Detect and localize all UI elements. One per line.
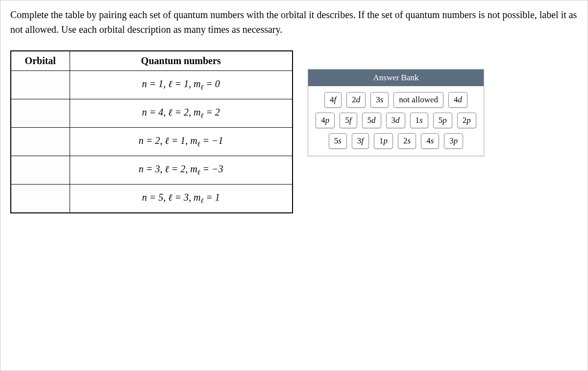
- answer-bank-body: 4f 2d 3s not allowed 4d 4p 5f 5d 3d 1s 5…: [308, 86, 484, 156]
- instructions-text: Complete the table by pairing each set o…: [10, 7, 578, 37]
- answer-tile[interactable]: 1p: [374, 133, 393, 149]
- orbital-dropzone[interactable]: [11, 71, 70, 99]
- answer-tile[interactable]: 2p: [457, 113, 476, 128]
- exercise-panel: Complete the table by pairing each set o…: [0, 0, 588, 371]
- header-quantum-numbers: Quantum numbers: [70, 51, 293, 71]
- answer-tile[interactable]: 4d: [448, 92, 467, 108]
- table-row: n = 4, ℓ = 2, mℓ = 2: [11, 99, 293, 128]
- orbital-dropzone[interactable]: [11, 156, 70, 185]
- orbital-dropzone[interactable]: [11, 99, 70, 128]
- answer-tile[interactable]: 3d: [386, 113, 405, 128]
- content-row: Orbital Quantum numbers n = 1, ℓ = 1, mℓ…: [10, 50, 578, 213]
- answer-tile[interactable]: 3p: [444, 133, 463, 149]
- quantum-numbers-cell: n = 4, ℓ = 2, mℓ = 2: [70, 99, 293, 128]
- answer-tile[interactable]: 5p: [433, 113, 452, 128]
- answer-tile[interactable]: 3f: [352, 133, 369, 149]
- table-row: n = 1, ℓ = 1, mℓ = 0: [11, 71, 293, 99]
- answer-bank: Answer Bank 4f 2d 3s not allowed 4d 4p 5…: [308, 69, 484, 156]
- answer-tile[interactable]: not allowed: [393, 92, 443, 108]
- quantum-table: Orbital Quantum numbers n = 1, ℓ = 1, mℓ…: [10, 50, 293, 213]
- tile-label: not allowed: [399, 95, 438, 104]
- answer-bank-title: Answer Bank: [308, 70, 484, 86]
- answer-tile[interactable]: 4s: [421, 133, 439, 149]
- answer-tile[interactable]: 3s: [370, 92, 389, 108]
- quantum-numbers-cell: n = 3, ℓ = 2, mℓ = −3: [70, 156, 293, 185]
- header-orbital: Orbital: [11, 51, 70, 71]
- answer-tile[interactable]: 5f: [340, 113, 357, 128]
- answer-tile[interactable]: 5s: [329, 133, 347, 149]
- quantum-numbers-cell: n = 1, ℓ = 1, mℓ = 0: [70, 71, 293, 99]
- quantum-numbers-cell: n = 2, ℓ = 1, mℓ = −1: [70, 128, 293, 156]
- table-row: n = 2, ℓ = 1, mℓ = −1: [11, 128, 293, 156]
- answer-tile[interactable]: 2d: [346, 92, 366, 108]
- orbital-dropzone[interactable]: [11, 128, 70, 156]
- orbital-dropzone[interactable]: [11, 185, 70, 213]
- answer-tile[interactable]: 1s: [410, 113, 428, 128]
- quantum-numbers-cell: n = 5, ℓ = 3, mℓ = 1: [70, 185, 293, 213]
- answer-tile[interactable]: 4f: [324, 92, 342, 108]
- answer-tile[interactable]: 2s: [398, 133, 416, 149]
- answer-tile[interactable]: 5d: [362, 113, 381, 128]
- table-row: n = 3, ℓ = 2, mℓ = −3: [11, 156, 293, 185]
- answer-tile[interactable]: 4p: [316, 113, 335, 128]
- table-row: n = 5, ℓ = 3, mℓ = 1: [11, 185, 293, 213]
